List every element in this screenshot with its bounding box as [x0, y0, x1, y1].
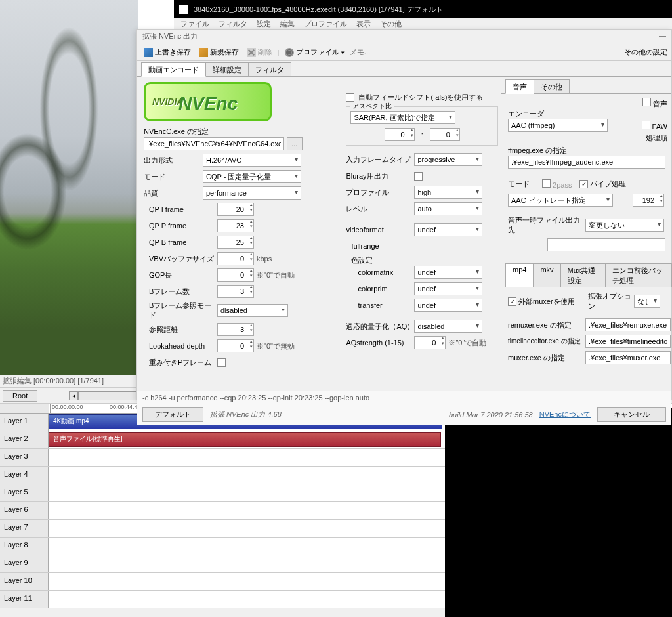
faw-checkbox[interactable] — [642, 121, 650, 129]
output-format-select[interactable]: H.264/AVC — [203, 154, 301, 167]
layer-name-button[interactable]: Layer 10 — [0, 573, 49, 590]
menu-view[interactable]: 表示 — [356, 19, 371, 29]
layer-name-button[interactable]: Layer 2 — [0, 431, 49, 448]
vbv-input[interactable] — [217, 252, 254, 265]
qpb-label: QP B frame — [144, 238, 217, 246]
menu-settings[interactable]: 設定 — [257, 19, 271, 29]
version-text: 拡張 NVEnc 出力 4.68 — [210, 410, 282, 418]
layer-name-button[interactable]: Layer 6 — [0, 502, 49, 519]
toolbar-separator: | — [278, 49, 280, 56]
remuxer-input[interactable] — [585, 318, 671, 331]
layer-name-button[interactable]: Layer 9 — [0, 555, 49, 572]
cprim-select[interactable]: undef — [414, 282, 482, 295]
memo-link[interactable]: メモ... — [350, 47, 370, 57]
main-window-title-bar: 3840x2160_30000-1001fps_48000Hz.exedit (… — [174, 0, 672, 18]
menu-file[interactable]: ファイル — [180, 19, 209, 29]
layer-name-button[interactable]: Layer 8 — [0, 538, 49, 555]
lookahead-input[interactable] — [217, 339, 254, 352]
profile-button[interactable]: プロファイル▾ — [282, 46, 347, 58]
menu-filter[interactable]: フィルタ — [219, 19, 247, 29]
scroll-left-button[interactable]: ◂ — [69, 391, 78, 400]
bframes-input[interactable] — [217, 285, 254, 298]
aspect-num2[interactable] — [430, 128, 460, 141]
cmatrix-select[interactable]: undef — [414, 266, 482, 279]
tmp-select[interactable]: 変更しない — [585, 219, 664, 232]
tab-mp4[interactable]: mp4 — [505, 263, 534, 287]
vfmt-label: videoformat — [346, 226, 414, 234]
pipe-checkbox[interactable]: ✓ — [579, 180, 588, 188]
qpp-input[interactable] — [217, 219, 254, 232]
ext-muxer-checkbox[interactable]: ✓ — [508, 297, 516, 306]
dialog-title-bar[interactable]: 拡張 NVEnc 出力 — — [137, 30, 671, 44]
aqs-hint: ※"0"で自動 — [448, 338, 486, 348]
muxer-input[interactable] — [585, 351, 671, 364]
menu-profile[interactable]: プロファイル — [304, 19, 347, 29]
layer-name-button[interactable]: Layer 3 — [0, 449, 49, 466]
layer-name-button[interactable]: Layer 5 — [0, 484, 49, 501]
tab-advanced[interactable]: 詳細設定 — [205, 62, 249, 76]
mode-select[interactable]: CQP - 固定量子化量 — [203, 170, 301, 183]
layer-name-button[interactable]: Layer 4 — [0, 467, 49, 484]
new-save-button[interactable]: 新規保存 — [196, 46, 242, 58]
tab-batch[interactable]: エンコ前後バッチ処理 — [605, 263, 672, 287]
muxer-label: muxer.exe の指定 — [508, 353, 585, 363]
output-format-label: 出力形式 — [144, 156, 203, 165]
ext-opt-select[interactable]: なし — [634, 295, 660, 308]
other-settings-link[interactable]: その他の設定 — [624, 47, 667, 57]
weightp-checkbox[interactable] — [217, 358, 226, 367]
aqs-input[interactable] — [414, 336, 446, 349]
tab-audio[interactable]: 音声 — [505, 79, 534, 94]
afs-checkbox[interactable] — [346, 93, 354, 102]
bluray-label: Bluray用出力 — [346, 171, 414, 181]
tab-encode[interactable]: 動画エンコード — [141, 62, 206, 77]
gop-hint: ※"0"で自動 — [257, 270, 295, 280]
bluray-checkbox[interactable] — [414, 172, 423, 181]
bitrate-mode-select[interactable]: AAC ビットレート指定 — [508, 194, 613, 207]
vbv-label: VBVバッファサイズ — [144, 254, 217, 264]
tab-filter[interactable]: フィルタ — [248, 62, 291, 76]
profile-select[interactable]: high — [414, 186, 482, 199]
about-link[interactable]: NVEncについて — [539, 410, 591, 419]
menu-other[interactable]: その他 — [380, 19, 402, 29]
aspect-select[interactable]: SAR(PAR, 画素比)で指定 — [350, 111, 455, 124]
twopass-checkbox[interactable] — [542, 179, 551, 188]
ffmpeg-path-input[interactable] — [508, 156, 665, 169]
quality-select[interactable]: performance — [203, 186, 301, 200]
tleditor-input[interactable] — [585, 335, 671, 348]
browse-exe-button[interactable]: ... — [287, 137, 303, 150]
qpb-input[interactable] — [217, 236, 254, 249]
quality-label: 品質 — [144, 188, 203, 198]
bref-select[interactable]: disabled — [217, 304, 288, 317]
layer-name-button[interactable]: Layer 11 — [0, 591, 49, 608]
tmp-path-input[interactable] — [547, 238, 665, 251]
delete-button[interactable]: 削除 — [244, 46, 275, 58]
vfmt-select[interactable]: undef — [414, 223, 482, 236]
lookahead-hint: ※"0"で無効 — [257, 341, 295, 351]
minimize-icon[interactable]: — — [659, 32, 666, 42]
mode-label: モード — [144, 172, 203, 182]
tab-mux-common[interactable]: Mux共通設定 — [560, 263, 606, 287]
ftype-select[interactable]: progressive — [414, 153, 482, 166]
default-button[interactable]: デフォルト — [142, 407, 203, 422]
layer-name-button[interactable]: Layer 1 — [0, 414, 49, 431]
bitrate-input[interactable] — [633, 194, 664, 207]
audio-enable-checkbox[interactable] — [642, 98, 651, 106]
ref-input[interactable] — [217, 323, 254, 336]
cancel-button[interactable]: キャンセル — [597, 407, 666, 422]
gop-input[interactable] — [217, 268, 254, 282]
aq-select[interactable]: disabled — [414, 320, 482, 333]
qpi-input[interactable] — [217, 203, 254, 216]
tab-mkv[interactable]: mkv — [533, 263, 560, 287]
root-button[interactable]: Root — [3, 390, 37, 402]
save-button[interactable]: 上書き保存 — [141, 46, 194, 58]
aspect-num1[interactable] — [385, 128, 415, 141]
audio-clip[interactable]: 音声ファイル[標準再生] — [49, 432, 441, 447]
ftype-label: 入力フレームタイプ — [346, 155, 414, 165]
transfer-select[interactable]: undef — [414, 299, 482, 312]
level-select[interactable]: auto — [414, 202, 482, 215]
audio-encoder-select[interactable]: AAC (ffmpeg) — [508, 119, 608, 132]
menu-edit[interactable]: 編集 — [280, 19, 295, 29]
tab-audio-other[interactable]: その他 — [534, 79, 570, 93]
exe-path-input[interactable] — [144, 137, 284, 150]
layer-name-button[interactable]: Layer 7 — [0, 520, 49, 537]
